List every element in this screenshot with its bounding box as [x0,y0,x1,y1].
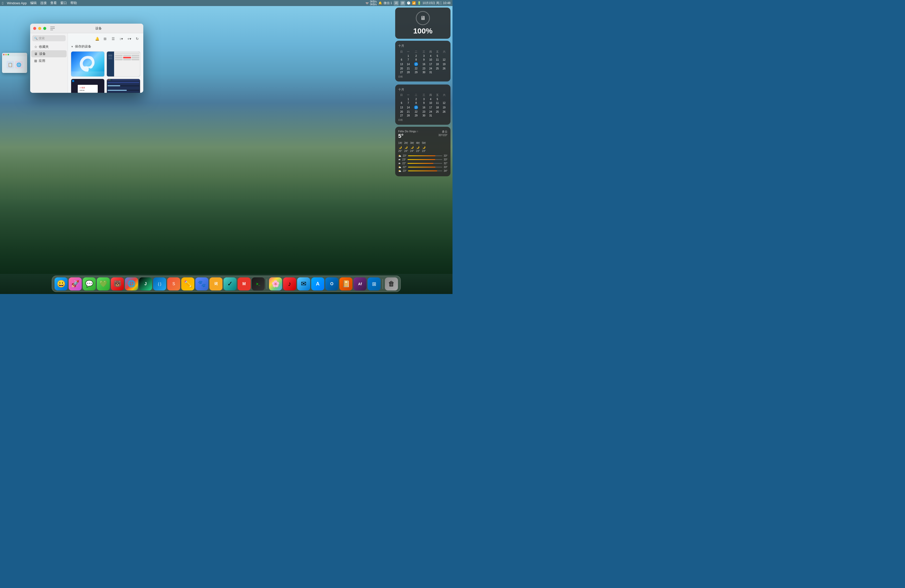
cal-day[interactable]: 19 [441,62,448,67]
sidebar-item-favorites[interactable]: ☆ 收藏夹 [31,43,67,50]
cal-day[interactable] [434,70,441,74]
add-btn[interactable]: +▾ [126,36,132,42]
dock-appstore-icon[interactable]: A [311,277,324,291]
cal-day[interactable]: 5 [434,54,441,58]
help-menu[interactable]: 帮助 [70,1,77,5]
cal-day[interactable]: 29 [412,70,421,74]
mini-minimize[interactable] [5,54,7,55]
dock-photos-icon[interactable]: 🌸 [269,277,282,291]
cal-mini-day[interactable]: 27 [398,114,405,118]
cal-day[interactable]: 12 [441,58,448,62]
cal-mini-day[interactable]: 19 [441,105,448,110]
device-card-filemanager[interactable] [106,51,140,77]
cal-mini-day[interactable]: 31 [427,114,434,118]
cal-mini-day[interactable]: 10 [427,101,434,105]
close-button[interactable] [33,27,36,30]
cal-mini-day[interactable]: 28 [405,114,412,118]
cal-mini-day[interactable] [434,114,441,118]
clock-icon[interactable]: 🕐 [407,1,411,5]
cal-day[interactable]: 2 [412,54,421,58]
dock-chrome-icon[interactable]: 🌐 [125,277,138,291]
cal-mini-day[interactable]: 18 [434,105,441,110]
dock-jetbrains-icon[interactable]: J [139,277,152,291]
dock-bear-icon[interactable]: 🐻 [111,277,124,291]
window-menu[interactable]: 窗口 [60,1,67,5]
maximize-button[interactable] [43,27,46,30]
cal-day cal-today[interactable]: 15 [412,62,421,67]
cal-mini-day[interactable]: 13 [398,105,405,110]
cal-day[interactable]: 25 [434,67,441,70]
cal-day[interactable]: 27 [398,70,405,74]
cal-mini-day[interactable]: 21 [405,110,412,114]
cal-day[interactable]: 8 [412,58,421,62]
cal-mini-day[interactable]: 24 [427,110,434,114]
cal-mini-day cal-today[interactable]: 15 [412,105,421,110]
dock-trash-icon[interactable]: 🗑 [385,277,398,291]
input-method[interactable]: 拼 [400,1,405,6]
cal-mini-day[interactable]: 30 [421,114,427,118]
cal-day[interactable]: 28 [405,70,412,74]
dock-dayone-icon[interactable]: 📔 [339,277,352,291]
sidebar-item-apps[interactable]: ⊞ 应用 [31,57,67,64]
cal-day[interactable]: 22 [412,67,421,70]
grid-view-btn[interactable]: ⊞ [102,36,108,42]
search-box[interactable]: 🔍 搜索 [32,35,66,41]
cal-mini-day[interactable]: 1 [405,97,412,101]
apple-menu[interactable]:  [2,1,3,5]
cal-day[interactable]: 4 [427,54,434,58]
cal-day[interactable] [398,54,405,58]
cal-day[interactable]: 30 [421,70,427,74]
dock-terminal-icon[interactable]: >_ [252,277,265,291]
dock-sketch-icon[interactable]: ✏️ [181,277,194,291]
dock-paw-icon[interactable]: 🐾 [195,277,208,291]
sidebar-toggle[interactable] [50,27,55,30]
device-card-win11[interactable] [71,51,105,77]
dock-vscode-icon[interactable]: { } [153,277,166,291]
cal-day[interactable]: 11 [434,58,441,62]
cal-mini-day[interactable]: 17 [427,105,434,110]
cal-day[interactable]: 18 [434,62,441,67]
edit-menu[interactable]: 编辑 [30,1,37,5]
dock-muwu-icon[interactable]: M [238,277,251,291]
dock-finder-icon[interactable]: 😀 [54,277,68,291]
cal-mini-day[interactable] [441,97,448,101]
cal-day[interactable]: 21 [405,67,412,70]
sort-btn[interactable]: ↕▾ [118,36,124,42]
cal-mini-day[interactable]: 22 [412,110,421,114]
dock-affinity-icon[interactable]: Af [354,277,367,291]
dock-wechat-icon[interactable]: 💚 [97,277,110,291]
cal-mini-day[interactable]: 5 [434,97,441,101]
dock-ticktick-icon[interactable]: ✓ [224,277,237,291]
cal-mini-day[interactable]: 25 [434,110,441,114]
cal-day[interactable]: 26 [441,67,448,70]
cal-mini-day[interactable]: 11 [434,101,441,105]
dock-windows-icon[interactable]: ⊞ [368,277,381,291]
cal-day[interactable]: 20 [398,67,405,70]
cal-mini-day[interactable] [398,97,405,101]
cal-mini-day[interactable]: 26 [441,110,448,114]
cal-day[interactable]: 1 [405,54,412,58]
device-card-server[interactable]: ⚠ 错误 连接失败 Windows Server 201... [71,79,105,93]
cal-day[interactable]: 9 [421,58,427,62]
cal-mini-day[interactable]: 7 [405,101,412,105]
cal-day[interactable]: 14 [405,62,412,67]
app-name-menu[interactable]: Windows App [7,1,27,5]
dock-messages-icon[interactable]: 💬 [83,277,96,291]
dock-launchpad-icon[interactable]: 🚀 [68,277,82,291]
connect-menu[interactable]: 连接 [40,1,47,5]
refresh-btn[interactable]: ↻ [134,36,140,42]
view-menu[interactable]: 查看 [50,1,57,5]
dock-yd-icon[interactable]: 词 [210,277,222,291]
cal-day[interactable] [441,70,448,74]
cal-day[interactable] [441,54,448,58]
cal-mini-day[interactable]: 12 [441,101,448,105]
cal-mini-day[interactable]: 9 [421,101,427,105]
youdao-icon[interactable]: 词 [394,1,399,6]
cal-mini-day[interactable]: 6 [398,101,405,105]
cal-day[interactable]: 10 [427,58,434,62]
cal-day[interactable]: 31 [427,70,434,74]
cal-day[interactable]: 7 [405,58,412,62]
cal-day[interactable]: 13 [398,62,405,67]
minimize-button[interactable] [38,27,41,30]
dock-music-icon[interactable]: ♪ [283,277,296,291]
